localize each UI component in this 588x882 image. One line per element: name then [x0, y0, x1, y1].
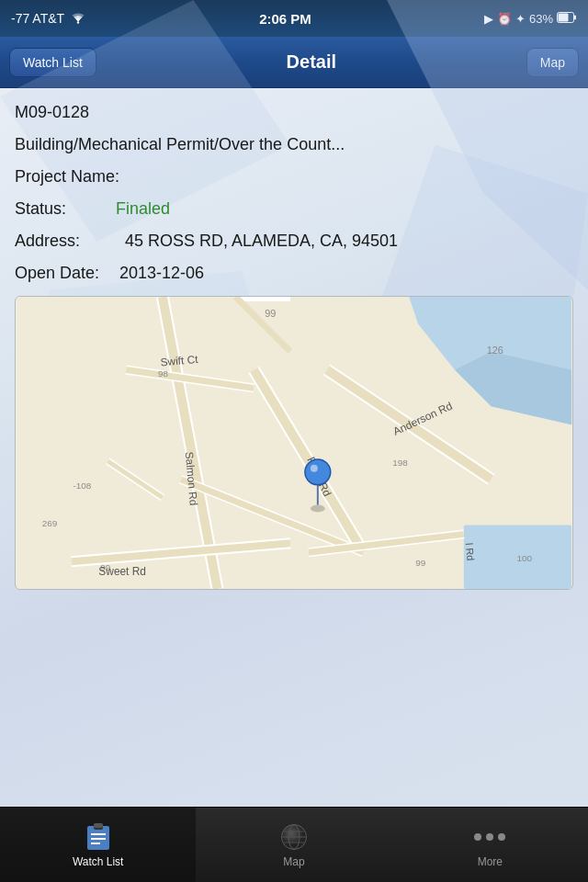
svg-text:126: 126	[487, 345, 503, 356]
project-name-label: Project Name:	[15, 167, 119, 187]
svg-rect-3	[574, 15, 576, 19]
open-date-value: 2013-12-06	[119, 264, 204, 283]
watchlist-back-button[interactable]: Watch List	[9, 48, 96, 77]
tab-bar: Watch List Map	[0, 807, 588, 882]
status-bar: -77 AT&T 2:06 PM ▶ ⏰ ✦ 63%	[0, 0, 588, 37]
svg-point-0	[77, 21, 79, 23]
svg-text:l Rd: l Rd	[464, 542, 477, 560]
svg-point-28	[311, 465, 318, 472]
svg-text:99: 99	[265, 308, 276, 319]
open-date-label: Open Date:	[15, 264, 116, 283]
svg-text:100: 100	[516, 553, 532, 563]
svg-rect-2	[558, 13, 568, 21]
bluetooth-icon: ✦	[515, 12, 526, 26]
time-display: 2:06 PM	[259, 11, 311, 27]
battery-percent: 63%	[529, 12, 553, 26]
wifi-icon	[70, 11, 86, 27]
project-name-row: Project Name:	[15, 167, 573, 187]
map-button[interactable]: Map	[526, 48, 579, 77]
clock-icon: ⏰	[497, 12, 512, 26]
svg-text:Sweet Rd: Sweet Rd	[98, 565, 146, 578]
permit-type: Building/Mechanical Permit/Over the Coun…	[15, 135, 573, 154]
svg-text:99: 99	[415, 558, 426, 568]
clipboard-icon	[84, 822, 113, 852]
svg-point-27	[305, 459, 331, 485]
map-preview[interactable]: 99 98 -108 269 99 198 126 99 100 Swift C…	[15, 296, 573, 590]
address-label: Address:	[15, 232, 116, 251]
dot-2	[486, 833, 493, 841]
svg-point-25	[311, 505, 325, 513]
svg-text:198: 198	[392, 458, 408, 468]
location-arrow-icon: ▶	[484, 12, 493, 26]
tab-more[interactable]: More	[392, 808, 588, 882]
tab-watchlist-label: Watch List	[73, 855, 124, 868]
tab-watchlist[interactable]: Watch List	[0, 808, 196, 882]
globe-icon	[279, 822, 309, 852]
nav-bar: Watch List Detail Map	[0, 37, 588, 88]
tab-map-label: Map	[283, 855, 304, 868]
address-row: Address: 45 ROSS RD, ALAMEDA, CA, 94501	[15, 232, 573, 251]
svg-rect-31	[94, 823, 103, 828]
open-date-row: Open Date: 2013-12-06	[15, 264, 573, 283]
dot-1	[474, 833, 481, 841]
status-right: ▶ ⏰ ✦ 63%	[484, 12, 577, 26]
more-dots-icon	[475, 822, 504, 852]
content-area: M09-0128 Building/Mechanical Permit/Over…	[0, 88, 588, 807]
nav-title: Detail	[287, 51, 336, 73]
tab-more-label: More	[478, 855, 503, 868]
status-label: Status:	[15, 199, 116, 219]
signal-strength: -77 AT&T	[11, 11, 64, 26]
detail-content: M09-0128 Building/Mechanical Permit/Over…	[15, 103, 573, 590]
status-row: Status: Finaled	[15, 199, 573, 219]
status-left: -77 AT&T	[11, 11, 86, 27]
svg-text:98: 98	[158, 368, 169, 379]
address-value: 45 ROSS RD, ALAMEDA, CA, 94501	[125, 232, 398, 251]
tab-map[interactable]: Map	[196, 808, 391, 882]
svg-text:-108: -108	[74, 481, 92, 491]
permit-id: M09-0128	[15, 103, 573, 122]
dot-3	[498, 833, 505, 841]
status-value: Finaled	[116, 199, 170, 219]
svg-text:269: 269	[42, 518, 58, 528]
battery-icon	[557, 12, 577, 26]
